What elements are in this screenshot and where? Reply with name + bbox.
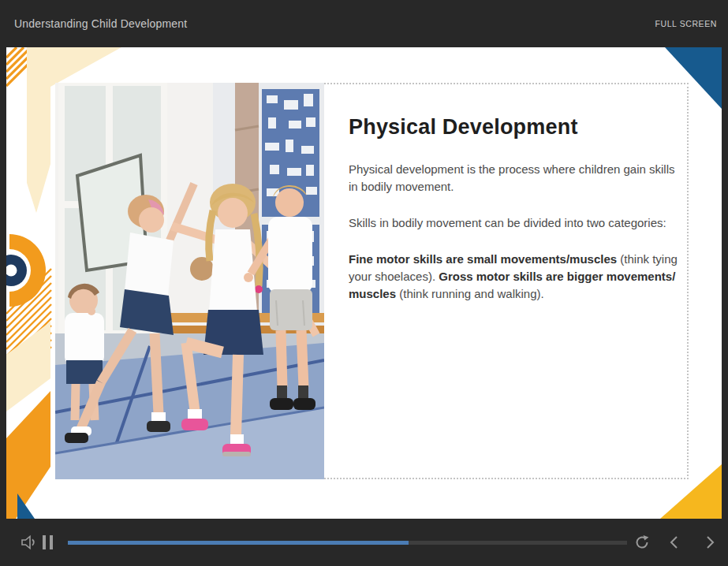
previous-button[interactable] — [667, 534, 681, 550]
children-gym-illustration — [55, 83, 324, 479]
normal-text-2: (think running and walking). — [396, 287, 544, 300]
pause-button[interactable] — [42, 535, 53, 549]
player-bar — [0, 519, 728, 566]
next-button[interactable] — [703, 534, 717, 550]
slide-text-block: Physical Development Physical developmen… — [349, 115, 683, 322]
course-player: Understanding Child Development FULL SCR… — [0, 0, 728, 566]
progress-fill — [68, 541, 409, 545]
slide-paragraph-1: Physical development is the process wher… — [349, 161, 683, 195]
slide-heading: Physical Development — [349, 115, 683, 140]
slide-paragraph-2: Skills in bodily movement can be divided… — [349, 214, 683, 232]
bold-fine-motor: Fine motor skills are small movements/mu… — [349, 252, 617, 266]
replay-icon — [634, 534, 650, 550]
course-title: Understanding Child Development — [14, 17, 187, 30]
slide-paragraph-3: Fine motor skills are small movements/mu… — [349, 251, 683, 303]
progress-bar[interactable] — [68, 541, 627, 545]
top-bar: Understanding Child Development FULL SCR… — [0, 0, 728, 47]
speaker-icon — [21, 534, 38, 550]
brand-mark-ring — [9, 234, 46, 307]
replay-button[interactable] — [634, 534, 650, 550]
slide-photo — [55, 83, 324, 479]
chevron-right-icon — [703, 534, 717, 550]
fullscreen-button[interactable]: FULL SCREEN — [650, 18, 722, 29]
chevron-left-icon — [667, 534, 681, 550]
slide-area: Physical Development Physical developmen… — [6, 47, 722, 519]
pause-icon — [43, 535, 46, 549]
volume-button[interactable] — [21, 534, 38, 550]
